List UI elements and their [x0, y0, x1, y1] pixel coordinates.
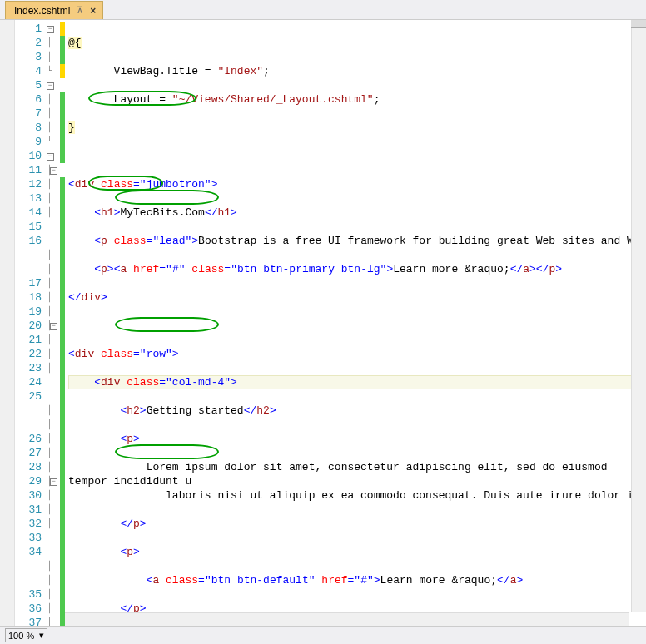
line-number-gutter: 1234567891011121314151617181920212223242…	[15, 20, 47, 626]
tab-bar: Index.cshtml ⊼ ×	[0, 0, 646, 20]
code-editor[interactable]: 1234567891011121314151617181920212223242…	[0, 20, 646, 626]
code-content[interactable]: @{ ViewBag.Title = "Index"; Layout = "~/…	[65, 20, 646, 626]
zoom-dropdown[interactable]: 100 % ▾	[5, 628, 47, 642]
vertical-scrollbar[interactable]	[631, 20, 646, 612]
splitter-handle[interactable]	[631, 20, 646, 28]
indicator-margin	[0, 20, 15, 626]
chevron-down-icon: ▾	[39, 630, 44, 641]
highlight-oval-colmd4-3	[115, 444, 219, 459]
status-bar: 100 % ▾	[0, 626, 646, 644]
pin-icon[interactable]: ⊼	[77, 5, 83, 16]
zoom-value: 100 %	[8, 631, 34, 641]
horizontal-scrollbar[interactable]	[65, 612, 629, 626]
file-tab[interactable]: Index.cshtml ⊼ ×	[5, 1, 103, 19]
outlining-gutter[interactable]: −││└−│││└−│−│││││││││−│││││││││−││││││││…	[47, 20, 60, 626]
close-icon[interactable]: ×	[90, 5, 96, 17]
tab-title: Index.cshtml	[14, 5, 70, 17]
highlight-oval-colmd4-1	[115, 190, 219, 205]
